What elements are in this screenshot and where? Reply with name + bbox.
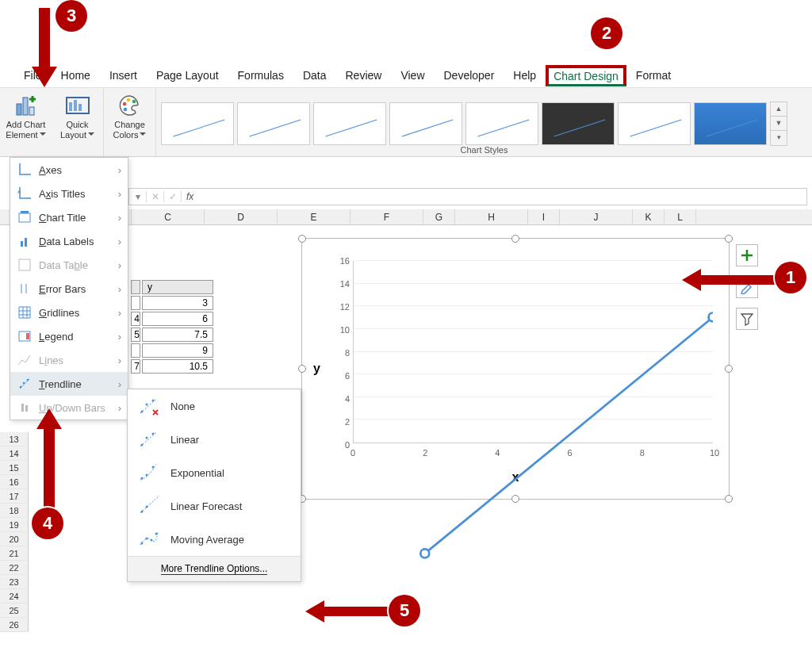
change-colors-button[interactable]: ChangeColors — [104, 88, 155, 156]
trendline-exponential[interactable]: Exponential — [128, 456, 301, 489]
trendline-moving-average[interactable]: Moving Average — [128, 523, 301, 556]
more-trendline-options[interactable]: More Trendline Options... — [128, 556, 301, 581]
trendline-submenu: None Linear Exponential Linear Forecast … — [127, 389, 301, 582]
menu-trendline[interactable]: Trendline› — [10, 372, 128, 396]
chart-elements-button[interactable] — [736, 244, 758, 266]
row-num[interactable]: 23 — [0, 575, 29, 589]
col-j[interactable]: J — [560, 209, 633, 224]
row-num[interactable]: 15 — [0, 461, 29, 475]
table-cell[interactable]: 7.5 — [142, 328, 213, 342]
tab-data[interactable]: Data — [293, 64, 336, 86]
row-num[interactable]: 22 — [0, 561, 29, 575]
col-i[interactable]: I — [528, 209, 560, 224]
menu-axis-titles[interactable]: AAxis Titles› — [10, 182, 128, 205]
menu-gridlines[interactable]: Gridlines› — [10, 301, 128, 324]
col-k[interactable]: K — [633, 209, 665, 224]
tab-formulas[interactable]: Formulas — [228, 64, 293, 86]
data-table[interactable]: y 3 46 57.5 9 710.5 — [129, 278, 215, 375]
chart-style-8[interactable] — [694, 102, 767, 145]
row-num[interactable]: 17 — [0, 489, 29, 504]
trendline-none-label: None — [170, 400, 195, 412]
table-cell[interactable]: 3 — [142, 296, 213, 310]
trendline-none[interactable]: None — [128, 389, 301, 423]
table-cell[interactable] — [131, 296, 140, 310]
chart-style-2[interactable] — [237, 102, 310, 145]
menu-data-labels[interactable]: Data Labels› — [10, 229, 128, 253]
menu-error-bars[interactable]: Error Bars› — [10, 277, 128, 301]
col-e[interactable]: E — [278, 209, 350, 224]
chart-style-5[interactable] — [465, 102, 538, 145]
trendline-moving-avg-icon — [137, 527, 161, 551]
trendline-icon — [17, 376, 33, 392]
tab-chart-design[interactable]: Chart Design — [546, 65, 626, 86]
col-f[interactable]: F — [350, 209, 423, 224]
tab-insert[interactable]: Insert — [100, 64, 147, 86]
row-num[interactable]: 24 — [0, 589, 29, 603]
tab-format[interactable]: Format — [626, 64, 680, 86]
tab-page-layout[interactable]: Page Layout — [147, 64, 228, 86]
row-num[interactable]: 14 — [0, 446, 29, 461]
row-num[interactable]: 13 — [0, 432, 29, 446]
formula-bar[interactable]: ▾ ✕ ✓ fx — [128, 188, 807, 205]
trendline-linear[interactable]: Linear — [128, 423, 301, 456]
menu-legend[interactable]: Legend› — [10, 324, 128, 348]
bar-chart-plus-icon — [13, 93, 39, 118]
formula-dropdown-icon[interactable]: ▾ — [129, 191, 147, 202]
formula-accept-icon[interactable]: ✓ — [164, 191, 182, 202]
chart-y-axis-label[interactable]: y — [313, 362, 320, 376]
row-num[interactable]: 26 — [0, 618, 29, 632]
table-cell[interactable]: 5 — [131, 328, 140, 342]
col-d[interactable]: D — [205, 209, 278, 224]
table-cell[interactable]: 9 — [142, 343, 213, 358]
tab-view[interactable]: View — [391, 64, 434, 86]
trendline-linear-forecast[interactable]: Linear Forecast — [128, 489, 301, 523]
chart-style-1[interactable] — [161, 102, 234, 145]
y-tick: 10 — [340, 325, 350, 335]
tab-help[interactable]: Help — [504, 64, 546, 86]
trendline-exponential-label: Exponential — [170, 467, 224, 479]
annotation-arrow-4 — [33, 408, 65, 511]
y-tick: 8 — [345, 348, 350, 358]
svg-rect-1 — [23, 98, 28, 115]
row-num[interactable]: 25 — [0, 603, 29, 618]
chart-filter-button[interactable] — [736, 308, 758, 330]
row-num[interactable]: 21 — [0, 546, 29, 561]
svg-rect-19 — [19, 213, 30, 222]
menu-up-down-bars: Up/Down Bars› — [10, 396, 128, 420]
row-num[interactable]: 16 — [0, 475, 29, 489]
col-g[interactable]: G — [423, 209, 455, 224]
svg-rect-32 — [21, 404, 24, 412]
table-cell[interactable]: 10.5 — [142, 359, 213, 374]
table-cell[interactable]: 6 — [142, 312, 213, 326]
chart-style-7[interactable] — [618, 102, 691, 145]
tab-developer[interactable]: Developer — [435, 64, 504, 86]
row-num[interactable]: 20 — [0, 532, 29, 546]
chart-series[interactable] — [353, 261, 713, 621]
menu-axes[interactable]: Axes› — [10, 158, 128, 182]
svg-marker-54 — [36, 408, 62, 511]
row-num[interactable]: 18 — [0, 504, 29, 518]
menu-data-table: Data Table› — [10, 253, 128, 277]
chart-style-4[interactable] — [389, 102, 462, 145]
chart-styles-pager[interactable]: ▲▼▾ — [770, 102, 787, 146]
table-cell[interactable]: 7 — [131, 359, 140, 374]
annotation-arrow-5 — [305, 597, 393, 626]
table-cell[interactable]: 4 — [131, 312, 140, 326]
menu-chart-title[interactable]: Chart Title› — [10, 205, 128, 229]
quick-layout-button[interactable]: QuickLayout — [52, 88, 103, 156]
chart-style-3[interactable] — [313, 102, 386, 145]
table-cell[interactable] — [131, 343, 140, 358]
svg-point-14 — [420, 549, 429, 557]
add-chart-element-button[interactable]: Add ChartElement — [0, 88, 52, 156]
svg-point-35 — [146, 404, 148, 406]
col-c[interactable]: C — [132, 209, 205, 224]
col-h[interactable]: H — [455, 209, 528, 224]
col-l[interactable]: L — [665, 209, 696, 224]
tab-review[interactable]: Review — [336, 64, 392, 86]
chart-styles-gallery[interactable]: ▲▼▾ Chart Styles — [156, 88, 812, 156]
chart-style-6[interactable] — [542, 102, 615, 145]
embedded-chart[interactable]: y x 0 2 4 6 8 10 12 14 16 0 2 4 6 8 10 — [301, 238, 730, 500]
row-num[interactable]: 19 — [0, 518, 29, 532]
table-header: y — [142, 280, 213, 294]
formula-cancel-icon[interactable]: ✕ — [147, 191, 164, 202]
